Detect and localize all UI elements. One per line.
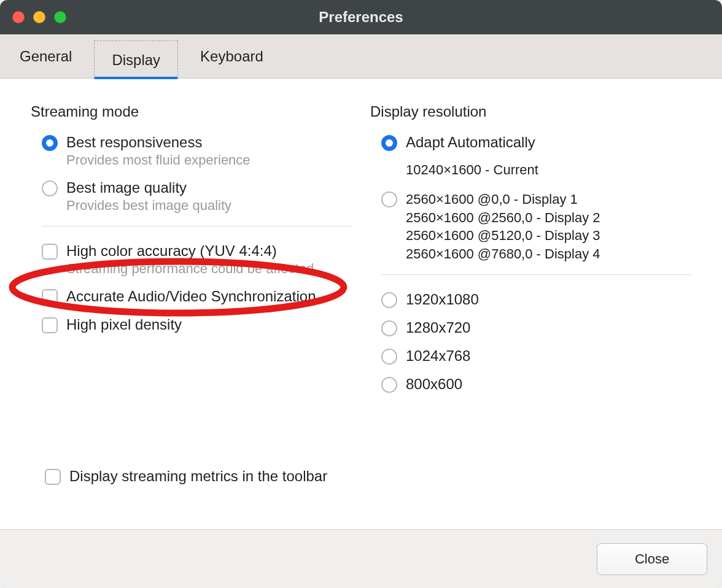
display-line: 2560×1600 @2560,0 - Display 2	[406, 209, 600, 227]
radio-icon	[42, 135, 58, 151]
radio-label: 800x600	[406, 376, 462, 393]
checkbox-sublabel: Streaming performance could be affected	[66, 261, 314, 277]
tab-general[interactable]: General	[0, 34, 91, 78]
tabbar: General Display Keyboard	[0, 34, 722, 79]
button-label: Close	[635, 551, 669, 567]
titlebar: Preferences	[0, 0, 722, 34]
streaming-column: Streaming mode Best responsiveness Provi…	[31, 103, 352, 517]
radio-label: Adapt Automatically	[406, 134, 535, 151]
radio-800x600[interactable]: 800x600	[370, 376, 691, 393]
checkbox-high-color-accuracy[interactable]: High color accuracy (YUV 4:4:4) Streamin…	[31, 242, 352, 277]
checkbox-label: Accurate Audio/Video Synchronization	[66, 288, 316, 305]
radio-multi-display[interactable]: 2560×1600 @0,0 - Display 1 2560×1600 @25…	[370, 190, 691, 263]
radio-best-image-quality[interactable]: Best image quality Provides best image q…	[31, 179, 352, 214]
preferences-window: Preferences General Display Keyboard Str…	[0, 0, 722, 588]
display-line: 2560×1600 @0,0 - Display 1	[406, 190, 600, 209]
radio-icon	[42, 180, 58, 196]
footer: Close	[0, 529, 722, 588]
radio-icon	[381, 320, 397, 336]
content-area: Streaming mode Best responsiveness Provi…	[0, 79, 722, 529]
checkbox-display-streaming-metrics[interactable]: Display streaming metrics in the toolbar	[34, 468, 327, 485]
radio-label: Best image quality	[66, 179, 231, 196]
checkbox-label: High pixel density	[66, 316, 182, 333]
radio-label: Best responsiveness	[66, 134, 250, 151]
checkbox-icon	[45, 469, 61, 485]
radio-icon	[381, 377, 397, 393]
close-button[interactable]: Close	[597, 543, 707, 575]
tab-label: Keyboard	[200, 48, 263, 65]
radio-icon	[381, 349, 397, 365]
radio-icon	[381, 292, 397, 308]
radio-1024x768[interactable]: 1024x768	[370, 347, 691, 365]
radio-adapt-automatically[interactable]: Adapt Automatically	[370, 134, 691, 151]
divider	[381, 274, 691, 275]
radio-sublabel: Provides best image quality	[66, 198, 231, 214]
display-line: 2560×1600 @7680,0 - Display 4	[406, 245, 600, 263]
section-title-resolution: Display resolution	[370, 103, 691, 120]
radio-icon	[381, 191, 397, 207]
checkbox-icon	[42, 317, 58, 333]
checkbox-accurate-av-sync[interactable]: Accurate Audio/Video Synchronization	[31, 288, 352, 305]
radio-label: 1024x768	[406, 347, 470, 365]
checkbox-icon	[42, 244, 58, 260]
radio-sublabel: Provides most fluid experience	[66, 152, 250, 168]
tab-label: General	[20, 48, 72, 65]
radio-1920x1080[interactable]: 1920x1080	[370, 291, 691, 308]
display-line: 2560×1600 @5120,0 - Display 3	[406, 226, 600, 245]
tab-label: Display	[112, 52, 160, 69]
radio-1280x720[interactable]: 1280x720	[370, 319, 691, 336]
resolution-column: Display resolution Adapt Automatically 1…	[370, 103, 691, 517]
radio-best-responsiveness[interactable]: Best responsiveness Provides most fluid …	[31, 134, 352, 168]
checkbox-icon	[42, 289, 58, 305]
checkbox-label: High color accuracy (YUV 4:4:4)	[66, 242, 314, 260]
checkbox-label: Display streaming metrics in the toolbar	[69, 468, 327, 485]
radio-label: 1920x1080	[406, 291, 479, 308]
tab-display[interactable]: Display	[94, 41, 178, 79]
current-resolution-text: 10240×1600 - Current	[370, 162, 691, 178]
tab-keyboard[interactable]: Keyboard	[180, 34, 283, 78]
window-title: Preferences	[0, 9, 722, 26]
checkbox-high-pixel-density[interactable]: High pixel density	[31, 316, 352, 333]
divider	[42, 226, 352, 226]
section-title-streaming: Streaming mode	[31, 103, 352, 120]
radio-label: 1280x720	[406, 319, 470, 336]
radio-icon	[381, 135, 397, 151]
